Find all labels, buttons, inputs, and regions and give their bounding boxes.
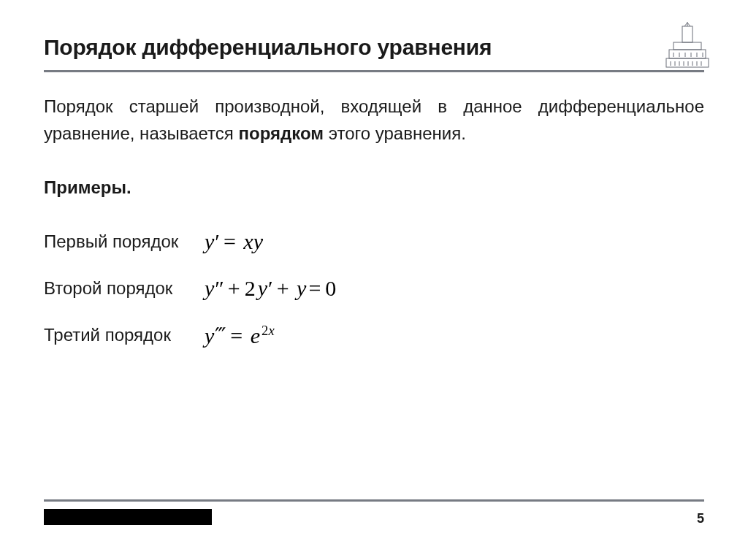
footer-redaction (44, 509, 212, 525)
example-row: Второй порядок y″+2y′+ y=0 (44, 265, 704, 312)
example-label: Первый порядок (44, 231, 205, 252)
example-equation: y‴= e2x (205, 323, 275, 348)
examples-list: Первый порядок y′= xy Второй порядок y″+… (44, 218, 704, 358)
slide-title: Порядок дифференциального уравнения (44, 35, 704, 60)
example-row: Первый порядок y′= xy (44, 218, 704, 265)
example-equation: y″+2y′+ y=0 (205, 276, 338, 301)
example-row: Третий порядок y‴= e2x (44, 312, 704, 358)
examples-heading: Примеры. (44, 177, 704, 198)
header: Порядок дифференциального уравнения (0, 0, 748, 72)
slide: Порядок дифференциального уравнения Поря… (0, 0, 748, 560)
footer-divider (44, 499, 704, 502)
definition-text: Порядок старшей производной, входящей в … (44, 93, 704, 147)
definition-post: этого уравнения. (324, 123, 466, 143)
slide-body: Порядок старшей производной, входящей в … (0, 72, 748, 358)
header-divider (44, 70, 704, 72)
example-equation: y′= xy (205, 229, 263, 254)
example-label: Третий порядок (44, 325, 205, 345)
definition-bold: порядком (238, 123, 324, 143)
example-label: Второй порядок (44, 278, 205, 299)
page-number: 5 (697, 511, 704, 526)
